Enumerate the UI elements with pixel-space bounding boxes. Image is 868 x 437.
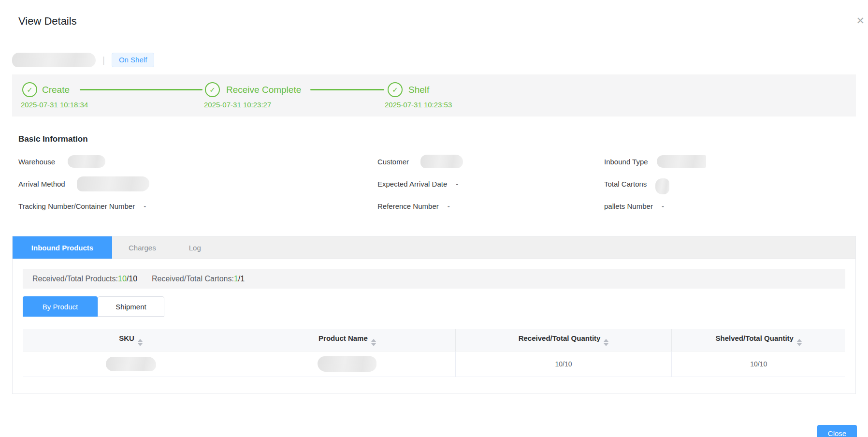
customer-value-redacted <box>420 155 463 168</box>
order-header: | On Shelf <box>12 52 868 67</box>
subtab-shipment[interactable]: Shipment <box>98 296 164 317</box>
step-receive-timestamp: 2025-07-31 10:23:27 <box>204 101 271 109</box>
close-button[interactable]: Close <box>817 425 857 437</box>
step-connector <box>80 89 203 90</box>
cartons-total-count: /1 <box>238 275 245 283</box>
order-number-redacted <box>12 53 96 67</box>
total-cartons-value-redacted <box>655 178 669 194</box>
tab-bar: Inbound Products Charges Log <box>13 236 855 259</box>
sort-icon[interactable] <box>371 339 376 346</box>
step-receive-check-icon: ✓ <box>205 82 220 97</box>
step-connector <box>310 89 384 90</box>
tab-charges[interactable]: Charges <box>112 236 173 259</box>
step-create-timestamp: 2025-07-31 10:18:34 <box>21 101 88 109</box>
page-title: View Details <box>18 15 868 28</box>
field-total-cartons: Total Cartons <box>604 176 669 191</box>
cell-product-name <box>239 351 456 377</box>
warehouse-value-redacted <box>68 155 105 168</box>
close-icon[interactable]: ✕ <box>856 15 865 27</box>
inbound-products-panel: Received/Total Products:10/10 Received/T… <box>13 259 855 393</box>
sort-icon[interactable] <box>604 339 608 346</box>
table-footer-spacer <box>23 377 845 385</box>
sku-redacted <box>106 357 156 371</box>
product-name-redacted <box>318 356 376 372</box>
cell-received-total-quantity: 10/10 <box>455 351 672 377</box>
products-total-count: /10 <box>127 275 137 283</box>
cell-shelved-total-quantity: 10/10 <box>672 351 845 377</box>
sort-icon[interactable] <box>138 339 143 346</box>
tab-log[interactable]: Log <box>173 236 217 259</box>
view-details-modal: ✕ View Details | On Shelf ✓ Create ✓ Rec… <box>0 15 868 437</box>
tab-inbound-products[interactable]: Inbound Products <box>13 236 112 259</box>
subtab-by-product[interactable]: By Product <box>23 296 98 317</box>
table-header-row: SKU Product Name Received/Total Quantity… <box>23 329 845 351</box>
field-reference-number: Reference Number - <box>377 199 450 213</box>
step-create-check-icon: ✓ <box>22 82 37 97</box>
field-arrival-method: Arrival Method <box>18 176 149 191</box>
received-total-products: Received/Total Products:10/10 <box>32 275 137 283</box>
column-header-received-total-quantity: Received/Total Quantity <box>455 329 672 351</box>
step-shelf-label: Shelf <box>408 82 429 97</box>
details-tab-card: Inbound Products Charges Log Received/To… <box>12 236 856 394</box>
basic-information-grid: Warehouse Customer Inbound Type Arrival … <box>0 144 868 217</box>
field-warehouse: Warehouse <box>18 154 105 169</box>
column-header-shelved-total-quantity: Shelved/Total Quantity <box>672 329 845 351</box>
cell-sku <box>23 351 239 377</box>
sort-icon[interactable] <box>797 339 802 346</box>
status-badge: On Shelf <box>112 53 154 67</box>
step-create-label: Create <box>42 82 70 97</box>
step-shelf-check-icon: ✓ <box>388 82 403 97</box>
products-received-count: 10 <box>118 275 127 283</box>
column-header-sku: SKU <box>23 329 239 351</box>
received-summary-bar: Received/Total Products:10/10 Received/T… <box>23 269 845 289</box>
header-divider: | <box>102 55 105 65</box>
field-customer: Customer <box>377 154 463 169</box>
step-shelf-timestamp: 2025-07-31 10:23:53 <box>385 101 452 109</box>
products-table: SKU Product Name Received/Total Quantity… <box>23 329 845 377</box>
arrival-method-value-redacted <box>77 176 149 191</box>
subtab-bar: By Product Shipment <box>23 296 845 317</box>
step-receive-label: Receive Complete <box>226 82 301 97</box>
table-row: 10/10 10/10 <box>23 351 845 377</box>
cartons-received-count: 1 <box>234 275 238 283</box>
field-inbound-type: Inbound Type <box>604 154 706 169</box>
received-total-cartons: Received/Total Cartons:1/1 <box>152 275 245 283</box>
inbound-type-value-redacted <box>657 155 706 168</box>
field-expected-arrival-date: Expected Arrival Date - <box>377 176 458 191</box>
field-tracking-number: Tracking Number/Container Number - <box>18 199 146 213</box>
progress-steps: ✓ Create ✓ Receive Complete ✓ Shelf 2025… <box>12 74 856 117</box>
column-header-product-name: Product Name <box>239 329 456 351</box>
basic-information-heading: Basic Information <box>18 134 868 144</box>
field-pallets-number: pallets Number - <box>604 199 664 213</box>
